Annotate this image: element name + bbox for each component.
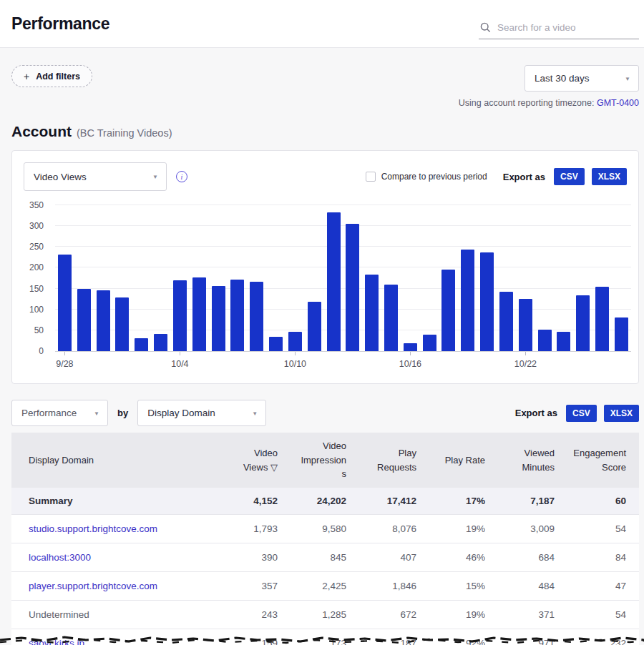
bar-rect[interactable] bbox=[595, 287, 609, 351]
bar-10/24[interactable] bbox=[555, 205, 574, 351]
page-title: Performance bbox=[11, 14, 109, 34]
column-header-video-views[interactable]: Video Views ▽ bbox=[225, 440, 291, 480]
column-header-video-impressions[interactable]: Video Impressions bbox=[291, 433, 359, 487]
export-xlsx-button[interactable]: XLSX bbox=[592, 168, 627, 185]
y-tick-250: 250 bbox=[29, 242, 44, 252]
cell-value: 845 bbox=[291, 552, 359, 563]
bar-rect[interactable] bbox=[404, 343, 417, 351]
dimension-select[interactable]: Display Domain ▼ bbox=[137, 400, 266, 426]
bar-rect[interactable] bbox=[308, 302, 321, 351]
bar-10/19[interactable] bbox=[458, 205, 477, 351]
bar-rect[interactable] bbox=[173, 280, 187, 351]
x-tick-mark bbox=[64, 352, 65, 355]
bar-rect[interactable] bbox=[212, 286, 225, 351]
bar-10/13[interactable] bbox=[343, 205, 362, 351]
bar-10/16[interactable] bbox=[401, 205, 420, 351]
bar-rect[interactable] bbox=[97, 290, 110, 351]
bar-rect[interactable] bbox=[423, 335, 436, 351]
bar-rect[interactable] bbox=[576, 295, 590, 351]
column-header-play-requests[interactable]: Play Requests bbox=[359, 440, 429, 480]
bar-rect[interactable] bbox=[519, 299, 532, 351]
bar-10/9[interactable] bbox=[266, 205, 286, 351]
export-as-label: Export as bbox=[503, 172, 545, 182]
bar-9/30[interactable] bbox=[94, 205, 113, 351]
table-export-xlsx-button[interactable]: XLSX bbox=[604, 405, 639, 422]
bar-10/6[interactable] bbox=[209, 205, 228, 351]
bar-rect[interactable] bbox=[615, 317, 628, 351]
column-header-play-rate[interactable]: Play Rate bbox=[429, 448, 498, 473]
domain-link[interactable]: studio.support.brightcove.com bbox=[11, 523, 225, 534]
bar-9/29[interactable] bbox=[74, 205, 94, 351]
bar-10/7[interactable] bbox=[228, 205, 247, 351]
bar-10/18[interactable] bbox=[439, 205, 459, 351]
bar-10/25[interactable] bbox=[573, 205, 592, 351]
bar-rect[interactable] bbox=[538, 330, 552, 351]
table-export-csv-button[interactable]: CSV bbox=[566, 405, 597, 422]
info-icon[interactable]: i bbox=[176, 171, 187, 182]
bar-10/20[interactable] bbox=[477, 205, 497, 351]
x-tick-10/22: 10/22 bbox=[514, 359, 537, 369]
bar-rect[interactable] bbox=[154, 334, 167, 351]
chart-bars bbox=[55, 205, 631, 351]
bar-rect[interactable] bbox=[327, 212, 341, 351]
bar-10/14[interactable] bbox=[362, 205, 381, 351]
bar-10/17[interactable] bbox=[420, 205, 439, 351]
video-search[interactable] bbox=[479, 18, 639, 39]
export-csv-button[interactable]: CSV bbox=[554, 168, 585, 185]
bar-rect[interactable] bbox=[480, 252, 494, 351]
bar-rect[interactable] bbox=[115, 297, 129, 351]
add-filters-button[interactable]: + Add filters bbox=[11, 65, 92, 87]
bar-10/27[interactable] bbox=[612, 205, 631, 351]
bar-rect[interactable] bbox=[250, 282, 263, 351]
bar-10/22[interactable] bbox=[516, 205, 535, 351]
cell-value: 187 bbox=[359, 638, 429, 645]
bar-rect[interactable] bbox=[192, 277, 206, 351]
bar-rect[interactable] bbox=[461, 250, 474, 351]
bar-rect[interactable] bbox=[230, 280, 244, 351]
bar-rect[interactable] bbox=[441, 270, 455, 351]
bar-rect[interactable] bbox=[557, 332, 570, 351]
bar-10/10[interactable] bbox=[286, 205, 305, 351]
cell-value: 971 bbox=[498, 638, 567, 645]
bar-rect[interactable] bbox=[269, 337, 283, 351]
bar-rect[interactable] bbox=[346, 224, 359, 351]
column-header-display-domain[interactable]: Display Domain bbox=[11, 448, 225, 473]
domain-link[interactable]: localhost:3000 bbox=[11, 552, 225, 563]
date-range-select[interactable]: Last 30 days ▼ bbox=[525, 65, 639, 92]
bar-10/15[interactable] bbox=[381, 205, 401, 351]
export-as-label: Export as bbox=[515, 408, 557, 418]
bar-rect[interactable] bbox=[77, 289, 91, 351]
compare-checkbox[interactable] bbox=[366, 172, 376, 182]
bar-rect[interactable] bbox=[384, 285, 398, 351]
bar-10/21[interactable] bbox=[497, 205, 516, 351]
column-header-viewed-minutes[interactable]: Viewed Minutes bbox=[498, 440, 567, 480]
column-header-engagement-score[interactable]: Engagement Score bbox=[567, 440, 639, 480]
compare-toggle[interactable]: Compare to previous period bbox=[366, 172, 487, 182]
bar-10/12[interactable] bbox=[324, 205, 343, 351]
bar-rect[interactable] bbox=[58, 255, 72, 351]
domain-link[interactable]: player.support.brightcove.com bbox=[11, 581, 225, 591]
compare-label: Compare to previous period bbox=[381, 172, 487, 182]
cell-value: 92% bbox=[429, 638, 498, 645]
bar-10/3[interactable] bbox=[151, 205, 170, 351]
bar-rect[interactable] bbox=[288, 332, 302, 351]
search-input[interactable] bbox=[497, 22, 638, 33]
bar-10/26[interactable] bbox=[592, 205, 612, 351]
cell-value: 173 bbox=[291, 638, 359, 645]
bar-10/8[interactable] bbox=[247, 205, 266, 351]
report-type-select[interactable]: Performance ▼ bbox=[11, 400, 108, 426]
bar-10/1[interactable] bbox=[112, 205, 132, 351]
bar-10/23[interactable] bbox=[535, 205, 555, 351]
bar-9/28[interactable] bbox=[55, 205, 74, 351]
bar-10/5[interactable] bbox=[190, 205, 209, 351]
domain-link[interactable]: saovr.kirks.jp bbox=[11, 638, 225, 645]
metric-select[interactable]: Video Views ▼ bbox=[24, 162, 167, 191]
bar-rect[interactable] bbox=[365, 275, 379, 351]
timezone-link[interactable]: GMT-0400 bbox=[597, 98, 639, 108]
bar-10/4[interactable] bbox=[170, 205, 190, 351]
bar-rect[interactable] bbox=[499, 292, 513, 351]
bar-10/2[interactable] bbox=[132, 205, 151, 351]
bar-10/11[interactable] bbox=[305, 205, 324, 351]
by-label: by bbox=[117, 408, 128, 418]
bar-rect[interactable] bbox=[135, 338, 148, 351]
